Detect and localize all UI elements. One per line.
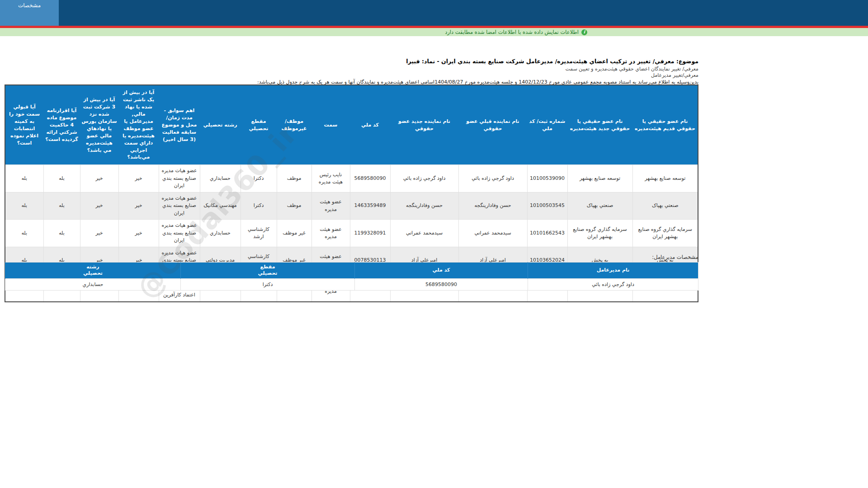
table-cell: بله bbox=[43, 165, 80, 192]
col-new-member: نام عضو حقيقي يا حقوقي جديد هيئت‌مديره bbox=[567, 85, 632, 165]
col-position: سمت bbox=[311, 85, 350, 165]
table-cell: نايب رئيس هيئت مديره bbox=[311, 165, 350, 192]
tab-specifications-label: مشخصات bbox=[18, 2, 41, 9]
table-cell: صنعتي بهپاک bbox=[632, 192, 698, 220]
table-cell: داود گرجي زاده بائي bbox=[458, 165, 527, 192]
table-cell: 10100503545 bbox=[527, 192, 567, 220]
table-cell: سرمايه گذاري گروه صنايع بهشهر ايران bbox=[632, 220, 698, 247]
table-cell: بله bbox=[5, 192, 43, 220]
table-cell: حسن وفادارينگجه bbox=[390, 192, 458, 220]
subject-line2: معرفي/ تغيير نمايندگان اعضاي حقوقي هيئت‌… bbox=[257, 66, 698, 72]
table-cell: سيدمحمد عمراني bbox=[390, 220, 458, 247]
ceo-table-header-row: نام مديرعامل کد ملي مقطع تحصيلي رشته تحص… bbox=[5, 263, 698, 279]
table-cell: 10100539090 bbox=[527, 165, 567, 192]
col-registration-number: شماره ثبت/ کد ملي bbox=[527, 85, 567, 165]
subject-line3: معرفي/تغيير مديرعامل bbox=[257, 72, 698, 78]
col-ceo-education-field: رشته تحصيلي bbox=[5, 263, 181, 279]
ceo-section-label: مشخصات مديرعامل: bbox=[652, 254, 698, 260]
table-cell: خير bbox=[80, 192, 118, 220]
table-cell: عضو هيات مديره صنايع بسته بندي ايران bbox=[159, 192, 200, 220]
table-cell: 1199328091 bbox=[350, 220, 390, 247]
table-row: سرمايه گذاري گروه صنايع بهشهر ايرانسرماي… bbox=[5, 220, 698, 247]
table-cell: سرمايه گذاري گروه صنايع بهشهر ايران bbox=[567, 220, 632, 247]
ceo-table: نام مديرعامل کد ملي مقطع تحصيلي رشته تحص… bbox=[5, 262, 698, 291]
table-cell: مهندسي مکانيک bbox=[200, 192, 241, 220]
table-cell: دکترا bbox=[181, 278, 355, 290]
table-cell: موظف bbox=[277, 192, 311, 220]
table-cell: خير bbox=[80, 165, 118, 192]
table-row: داود گرجي زاده بائي5689580090دکتراحسابدا… bbox=[5, 278, 698, 290]
info-icon: i bbox=[581, 29, 587, 35]
table-cell: خير bbox=[118, 165, 159, 192]
table-cell: 5689580090 bbox=[350, 165, 390, 192]
col-ceo-national-id: کد ملي bbox=[355, 263, 528, 279]
col-acceptance-committee: آيا قبولي سمت خود را به کميته انتصابات ا… bbox=[5, 85, 43, 165]
table-cell: حسابداري bbox=[5, 278, 181, 290]
table-cell: خير bbox=[118, 192, 159, 220]
top-navigation-bar: مشخصات bbox=[0, 0, 868, 26]
table-cell: داود گرجي زاده بائي bbox=[528, 278, 698, 290]
table-cell: بله bbox=[5, 220, 43, 247]
table-cell: بله bbox=[5, 165, 43, 192]
table-cell: عضو هيئت مديره bbox=[311, 192, 350, 220]
table-cell: حسابداري bbox=[200, 165, 241, 192]
col-previous-representative: نام نماينده قبلي عضو حقوقي bbox=[458, 85, 527, 165]
table-cell: 10101662543 bbox=[527, 220, 567, 247]
table-cell: عضو هيات مديره صنايع بسته بندي ايران bbox=[159, 220, 200, 247]
subject-title: موضوع: معرفي/ تغيير در ترکيب اعضاي هيئت‌… bbox=[257, 58, 698, 65]
table-cell: بله bbox=[43, 192, 80, 220]
table-cell: حسابداري bbox=[200, 220, 241, 247]
table-cell: سيدمحمد عمراني bbox=[458, 220, 527, 247]
col-article4-declaration: آيا اقرارنامه موضوع ماده 4 حاکميت شرکتي … bbox=[43, 85, 80, 165]
disclosure-intro: موضوع: معرفي/ تغيير در ترکيب اعضاي هيئت‌… bbox=[257, 58, 698, 85]
table-cell: بله bbox=[43, 220, 80, 247]
table-cell: عضو هيات مديره صنايع بسته بندي ايران bbox=[159, 165, 200, 192]
table-cell: توسعه صنايع بهشهر bbox=[632, 165, 698, 192]
col-experience: اهم سوابق - مدت زمان/ محل و موضوع سابقه … bbox=[159, 85, 200, 165]
board-table-header-row: نام عضو حقيقي يا حقوقي قديم هيئت‌مديره ن… bbox=[5, 85, 698, 165]
col-old-member: نام عضو حقيقي يا حقوقي قديم هيئت‌مديره bbox=[632, 85, 698, 165]
table-cell: توسعه صنايع بهشهر bbox=[567, 165, 632, 192]
col-more-than-3-companies: آيا در بيش از 3 شرکت ثبت شده نزد سازمان … bbox=[80, 85, 118, 165]
ceo-table-wrap: نام مديرعامل کد ملي مقطع تحصيلي رشته تحص… bbox=[5, 262, 698, 291]
table-cell: 1463359489 bbox=[350, 192, 390, 220]
col-multiple-issuer: آيا در بيش از يک ناشر ثبت شده يا نهاد ما… bbox=[118, 85, 159, 165]
col-education-field: رشته تحصيلي bbox=[200, 85, 241, 165]
table-cell: 5689580090 bbox=[355, 278, 528, 290]
table-cell: موظف bbox=[277, 165, 311, 192]
table-cell: دکترا bbox=[241, 192, 277, 220]
table-cell: خير bbox=[118, 220, 159, 247]
table-cell: عضو هيئت مديره bbox=[311, 220, 350, 247]
table-cell: کارشناسي ارشد bbox=[241, 220, 277, 247]
notice-text: اطلاعات نمایش داده شده با اطلاعات امضا ش… bbox=[445, 29, 579, 35]
codal-disclosure-page: مشخصات i اطلاعات نمایش داده شده با اطلاع… bbox=[0, 0, 868, 488]
table-row: صنعتي بهپاکصنعتي بهپاک10100503545حسن وفا… bbox=[5, 192, 698, 220]
table-row: توسعه صنايع بهشهرتوسعه صنايع بهشهر101005… bbox=[5, 165, 698, 192]
tab-specifications[interactable]: مشخصات bbox=[0, 0, 59, 26]
table-cell: دکترا bbox=[241, 165, 277, 192]
col-education-level: مقطع تحصيلي bbox=[241, 85, 277, 165]
col-new-representative: نام نماينده جديد عضو حقوقي bbox=[390, 85, 458, 165]
col-executive-status: موظف/ غيرموظف bbox=[277, 85, 311, 165]
col-ceo-education-level: مقطع تحصيلي bbox=[181, 263, 355, 279]
table-cell: داود گرجي زاده بائي bbox=[390, 165, 458, 192]
table-cell: خير bbox=[80, 220, 118, 247]
table-cell: صنعتي بهپاک bbox=[567, 192, 632, 220]
col-national-id: کد ملي bbox=[350, 85, 390, 165]
table-cell: حسن وفادارينگجه bbox=[458, 192, 527, 220]
col-ceo-name: نام مديرعامل bbox=[528, 263, 698, 279]
table-cell: غير موظف bbox=[277, 220, 311, 247]
signature-match-notice: i اطلاعات نمایش داده شده با اطلاعات امضا… bbox=[0, 28, 868, 36]
